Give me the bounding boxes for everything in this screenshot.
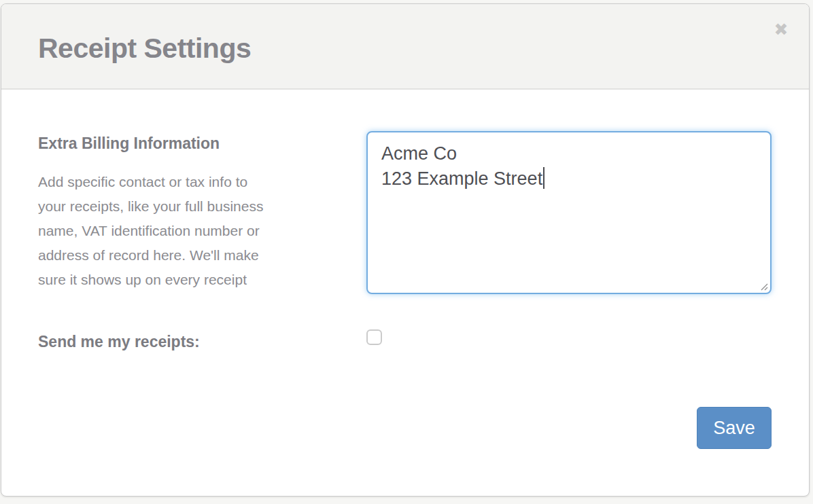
description-line: sure it shows up on every receipt [38, 268, 263, 292]
description-line: name, VAT identification number or [38, 219, 263, 243]
description-line: address of record here. We'll make [38, 243, 263, 268]
send-receipts-label: Send me my receipts: [38, 333, 200, 351]
description-line: your receipts, like your full business [38, 194, 263, 219]
modal-header: Receipt Settings ✖ [1, 4, 809, 90]
page-background: Receipt Settings ✖ Extra Billing Informa… [0, 0, 813, 504]
text-caret [543, 167, 544, 189]
extra-billing-textarea[interactable]: Acme Co 123 Example Street [366, 131, 772, 294]
extra-billing-label: Extra Billing Information [38, 134, 220, 153]
save-button[interactable]: Save [697, 407, 772, 449]
resize-grip-icon[interactable] [759, 282, 768, 291]
description-line: Add specific contact or tax info to [38, 170, 263, 194]
send-receipts-checkbox[interactable] [366, 329, 382, 345]
modal-title: Receipt Settings [38, 33, 251, 65]
extra-billing-description: Add specific contact or tax info to your… [38, 170, 263, 292]
close-icon[interactable]: ✖ [771, 19, 791, 39]
textarea-value: Acme Co 123 Example Street [381, 143, 542, 189]
receipt-settings-modal: Receipt Settings ✖ Extra Billing Informa… [1, 3, 810, 497]
